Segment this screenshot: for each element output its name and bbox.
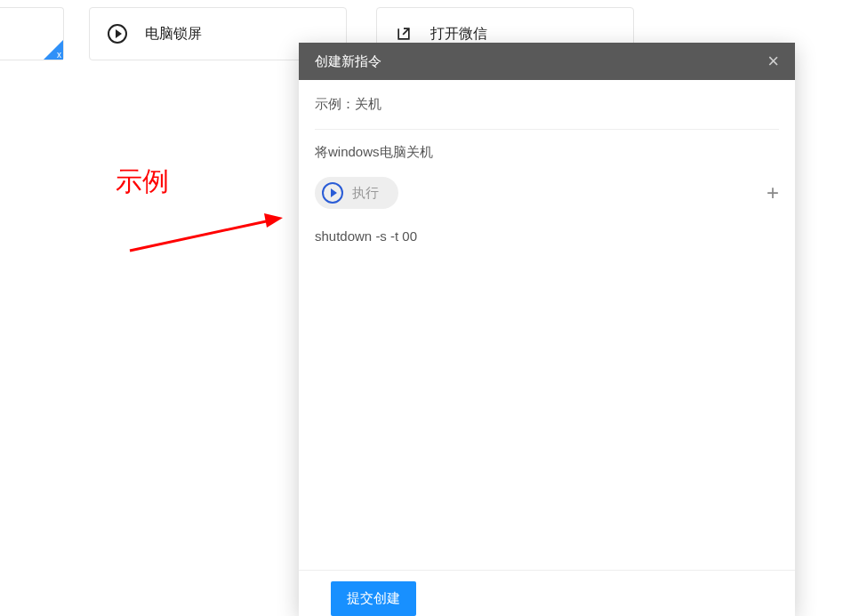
open-external-icon — [395, 25, 413, 43]
modal-title: 创建新指令 — [315, 53, 381, 70]
add-step-button[interactable]: + — [767, 180, 779, 205]
annotation-arrow-icon — [126, 212, 286, 254]
exec-type-pill[interactable]: 执行 — [315, 177, 398, 209]
action-type-row: 执行 + — [315, 177, 779, 214]
annotation-label: 示例 — [116, 164, 169, 200]
close-icon[interactable]: × — [767, 52, 779, 71]
svg-marker-1 — [264, 213, 283, 228]
name-input[interactable]: 示例：关机 — [315, 80, 779, 130]
card-selected-partial[interactable]: x — [0, 7, 64, 60]
modal-body: 示例：关机 将windows电脑关机 执行 + shutdown -s -t 0… — [299, 80, 795, 616]
create-command-modal: 创建新指令 × 示例：关机 将windows电脑关机 执行 + shutdown… — [299, 43, 795, 616]
svg-line-0 — [130, 220, 270, 251]
close-badge-icon: x — [57, 51, 61, 60]
modal-header: 创建新指令 × — [299, 43, 795, 80]
card-label: 打开微信 — [430, 25, 487, 44]
command-input[interactable]: shutdown -s -t 00 — [315, 214, 779, 570]
exec-label: 执行 — [352, 185, 379, 202]
submit-button[interactable]: 提交创建 — [331, 581, 416, 616]
card-label: 电脑锁屏 — [145, 25, 202, 44]
description-input[interactable]: 将windows电脑关机 — [315, 130, 779, 177]
modal-footer: 提交创建 — [315, 571, 779, 616]
play-icon — [322, 182, 343, 204]
play-icon — [108, 24, 127, 44]
